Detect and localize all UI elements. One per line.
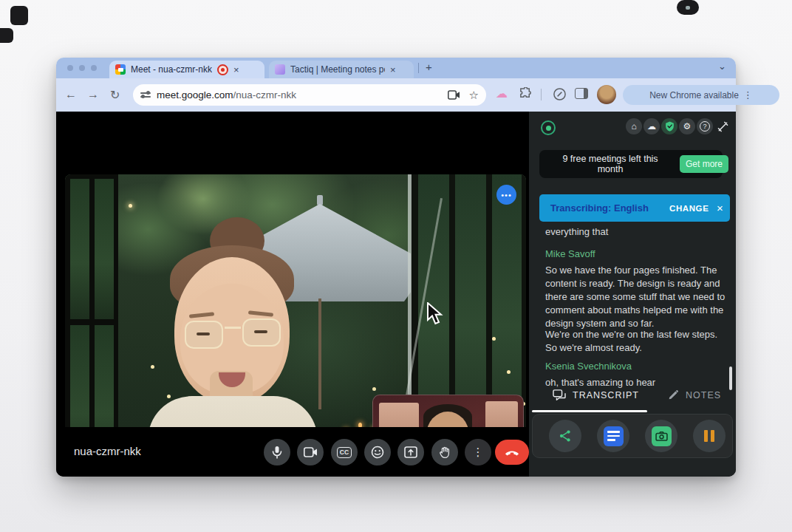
tab-transcript[interactable]: TRANSCRIPT (553, 389, 639, 401)
tab-tactiq[interactable]: Tactiq | Meeting notes powe × (269, 61, 414, 78)
toolbar-divider (541, 89, 542, 100)
new-chrome-label: New Chrome available (649, 90, 739, 100)
transcript-scrollbar[interactable] (729, 366, 732, 390)
window-minimize-button[interactable] (79, 65, 85, 71)
new-chrome-button[interactable]: New Chrome available ⋮ (623, 85, 779, 105)
captions-button[interactable]: CC (331, 439, 358, 466)
bookmark-star-icon[interactable]: ☆ (469, 89, 479, 102)
pause-transcription-button[interactable] (693, 420, 726, 452)
reload-button[interactable]: ↻ (110, 88, 120, 102)
address-bar[interactable]: meet.google.com/nua-czmr-nkk ☆ (133, 84, 486, 106)
close-banner-icon[interactable]: × (717, 202, 723, 214)
camera-allowed-icon[interactable] (448, 90, 460, 100)
tab-notes[interactable]: NOTES (668, 389, 721, 400)
transcript-line: everything that (545, 225, 727, 239)
meet-favicon-icon (115, 64, 126, 75)
new-tab-button[interactable]: + (426, 61, 432, 73)
help-icon: ? (700, 121, 710, 132)
transcript-speaker: Ksenia Svechnikova (545, 361, 632, 372)
chat-icon (553, 389, 566, 401)
extensions-puzzle-icon[interactable] (519, 87, 533, 101)
screenshot-camera-icon (652, 426, 672, 446)
screenshot-button[interactable] (645, 420, 677, 452)
cloud-upload-icon: ☁ (647, 121, 656, 132)
shield-check-icon (665, 121, 675, 132)
browser-content: ••• Ksenia Svechnikova Mike Savoff (56, 112, 736, 477)
browser-window: Meet - nua-czmr-nkk × Tactiq | Meeting n… (56, 58, 736, 477)
gear-icon: ⚙ (683, 121, 692, 132)
home-icon: ⌂ (631, 121, 636, 132)
cc-icon: CC (337, 447, 352, 458)
raise-hand-button[interactable] (431, 439, 458, 466)
pencil-icon (668, 389, 679, 400)
help-button[interactable]: ? (697, 118, 713, 134)
videocam-icon (304, 447, 318, 457)
change-language-button[interactable]: CHANGE (669, 204, 709, 213)
url-text: meet.google.com/nua-czmr-nkk (157, 89, 296, 100)
upload-button[interactable]: ☁ (644, 118, 660, 134)
transcript-paragraph: We're on the we're on the last few steps… (545, 328, 727, 355)
end-call-button[interactable] (495, 440, 529, 465)
meeting-code: nua-czmr-nkk (74, 445, 141, 457)
side-panel-icon[interactable] (575, 88, 588, 99)
site-settings-icon[interactable] (140, 92, 151, 98)
google-docs-icon (604, 426, 624, 446)
get-more-button[interactable]: Get more (680, 155, 728, 173)
recording-indicator-icon (217, 64, 228, 75)
reactions-button[interactable] (364, 439, 391, 466)
tab-transcript-label: TRANSCRIPT (573, 390, 639, 400)
settings-button[interactable]: ⚙ (679, 118, 695, 134)
umbrella-pole (318, 299, 321, 409)
more-options-button[interactable]: ⋮ (465, 439, 491, 466)
tab-title: Meet - nua-czmr-nkk (131, 64, 212, 75)
present-button[interactable] (397, 439, 424, 466)
present-icon (404, 446, 417, 458)
meet-control-bar: nua-czmr-nkk CC (56, 427, 529, 477)
tab-search-chevron-icon[interactable]: ⌄ (718, 61, 726, 72)
window-close-button[interactable] (67, 65, 73, 71)
extension-badge-icon[interactable] (553, 87, 567, 101)
profile-avatar[interactable] (597, 85, 616, 104)
export-to-docs-button[interactable] (597, 420, 629, 452)
tab-meet[interactable]: Meet - nua-czmr-nkk × (109, 61, 264, 78)
transcribing-label: Transcribing: English (550, 202, 649, 214)
end-call-icon (505, 449, 519, 456)
kebab-icon: ⋮ (473, 446, 484, 459)
browser-menu-kebab-icon[interactable]: ⋮ (743, 89, 753, 100)
window-zoom-button[interactable] (91, 65, 97, 71)
close-tab-icon[interactable]: × (390, 65, 396, 75)
share-button[interactable] (549, 420, 581, 452)
pin-button[interactable] (714, 118, 731, 134)
pause-icon (704, 430, 714, 442)
tab-strip: Meet - nua-czmr-nkk × Tactiq | Meeting n… (56, 58, 736, 78)
hand-icon (438, 446, 451, 460)
transcript-paragraph: oh, that's amazing to hear (545, 376, 727, 389)
notification-bubble (677, 0, 699, 15)
tactiq-action-bar (532, 414, 733, 458)
chat-notification-bubble[interactable]: ••• (496, 185, 516, 205)
privacy-button[interactable] (661, 118, 677, 134)
close-tab-icon[interactable]: × (233, 65, 239, 75)
extension-pink-icon[interactable]: ☁ (496, 86, 508, 100)
share-icon (559, 429, 572, 443)
tab-divider (418, 63, 419, 73)
desktop-widget-icon (0, 28, 13, 43)
string-lights (129, 204, 132, 208)
mic-icon (271, 446, 283, 459)
back-button[interactable]: ← (65, 88, 77, 101)
forward-button[interactable]: → (87, 88, 99, 101)
mouse-cursor (426, 302, 443, 325)
desktop: Meet - nua-czmr-nkk × Tactiq | Meeting n… (0, 0, 792, 532)
tab-notes-label: NOTES (686, 390, 721, 400)
mic-button[interactable] (264, 439, 290, 466)
desktop-widget-icon (10, 6, 28, 25)
bubble-dots-icon: ••• (501, 191, 512, 200)
free-meetings-text: 9 free meetings left this month (551, 154, 669, 174)
smiley-icon (371, 446, 384, 459)
transcript-paragraph: So we have the four pages finished. The … (545, 264, 727, 330)
transcript-speaker: Mike Savoff (545, 248, 595, 259)
pin-icon (717, 121, 728, 132)
camera-button[interactable] (297, 439, 324, 466)
tactiq-logo-icon (541, 120, 556, 135)
home-button[interactable]: ⌂ (626, 118, 642, 134)
